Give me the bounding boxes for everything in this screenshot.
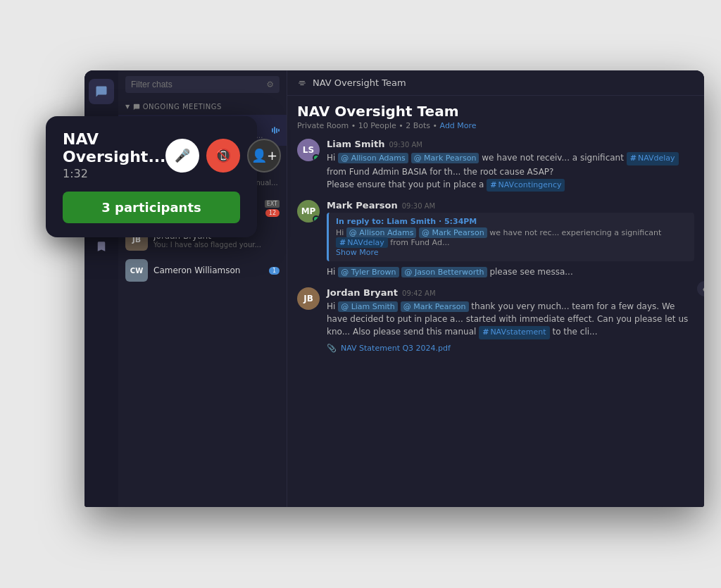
reply-name: In reply to: Liam Smith · 5:34PM	[336, 217, 687, 226]
reply-block-mark: In reply to: Liam Smith · 5:34PM Hi @ Al…	[327, 213, 694, 261]
ongoing-section-label: ONGOING MEETINGS	[143, 103, 222, 111]
mention-allison-1[interactable]: @ Allison Adams	[338, 153, 408, 163]
reply-text: Hi @ Allison Adams @ Mark Pearson we hav…	[336, 228, 687, 248]
chat-item-content-cameron: Cameron Williamson	[153, 265, 263, 275]
attachment-icon: 📎	[327, 344, 337, 353]
sidebar-icon-chat[interactable]	[89, 79, 114, 104]
call-widget-timer: 1:32	[63, 167, 165, 180]
show-more-btn[interactable]: Show More	[336, 248, 378, 257]
chat-header: NAV Oversight Team	[287, 70, 704, 96]
message-row-mark: MP Mark Pearson 09:30 AM In reply to: Li…	[297, 200, 694, 279]
avatar-mark: MP	[297, 200, 320, 223]
chat-item-meta-cameron: 1	[269, 267, 280, 275]
call-widget-info: NAV Oversight... 1:32	[63, 130, 165, 180]
mention-jason[interactable]: @ Jason Betterworth	[401, 267, 487, 277]
msg-text-jordan: Hi @ Liam Smith @ Mark Pearson thank you…	[327, 300, 694, 339]
mention-liam-jordan[interactable]: @ Liam Smith	[338, 301, 398, 312]
chat-item-cameron[interactable]: CW Cameron Williamson 1	[118, 255, 287, 286]
call-widget-title: NAV Oversight...	[63, 130, 165, 165]
avatar-liam: LS	[297, 139, 320, 161]
msg-name-liam: Liam Smith	[327, 139, 384, 149]
chat-big-title: NAV Oversight Team	[297, 103, 694, 120]
msg-content-jordan: Jordan Bryant 09:42 AM Hi @ Liam Smith @…	[327, 287, 694, 353]
subtitle-bots: 2 Bots	[406, 121, 430, 130]
status-dot-mark	[313, 215, 320, 223]
badge-count-nav-oversight: 12	[265, 209, 280, 217]
msg-time-liam: 09:30 AM	[389, 141, 422, 149]
avatar-jordan: JB	[297, 287, 320, 310]
filter-chats-input[interactable]	[131, 80, 262, 89]
chat-item-preview-jordan: You: I have also flagged your...	[153, 241, 280, 249]
msg-header-liam: Liam Smith 09:30 AM	[327, 139, 694, 149]
subtitle-room-type: Private Room	[297, 121, 349, 130]
msg-name-mark: Mark Pearson	[327, 200, 398, 211]
status-dot-liam	[313, 154, 320, 161]
msg-header-jordan: Jordan Bryant 09:42 AM	[327, 287, 694, 298]
msg-header-mark: Mark Pearson 09:30 AM	[327, 200, 694, 211]
msg-text-mark: Hi @ Tyler Brown @ Jason Betterworth ple…	[327, 265, 694, 279]
sidebar-icon-bookmark[interactable]	[89, 234, 114, 259]
call-controls: 🎤 📵 👤+	[165, 139, 281, 173]
channel-icon	[297, 78, 307, 88]
chat-list-header: ⚙	[118, 70, 287, 99]
mention-allison-reply[interactable]: @ Allison Adams	[346, 227, 417, 238]
hashtag-navstatement[interactable]: NAVstatement	[479, 326, 549, 339]
call-widget-top: NAV Oversight... 1:32 🎤 📵 👤+	[63, 130, 240, 180]
attachment-nav[interactable]: 📎 NAV Statement Q3 2024.pdf	[327, 344, 694, 353]
msg-content-liam: Liam Smith 09:30 AM Hi @ Allison Adams @…	[327, 139, 694, 192]
msg-name-jordan: Jordan Bryant	[327, 287, 398, 298]
filter-input-wrap[interactable]: ⚙	[125, 76, 280, 93]
attachment-label: NAV Statement Q3 2024.pdf	[341, 344, 451, 353]
hashtag-navdelay-reply[interactable]: NAVdelay	[336, 237, 388, 248]
chat-avatar-cameron: CW	[125, 259, 148, 282]
messages-area: LS Liam Smith 09:30 AM Hi @ Allison Adam…	[287, 133, 704, 507]
chat-header-title: NAV Oversight Team	[313, 77, 406, 88]
participants-button[interactable]: 3 participants	[63, 192, 240, 223]
msg-content-mark: Mark Pearson 09:30 AM In reply to: Liam …	[327, 200, 694, 279]
chat-title-section: NAV Oversight Team Private Room • 10 Peo…	[287, 96, 704, 133]
subtitle-people: 10 People	[358, 121, 396, 130]
mention-mark-reply[interactable]: @ Mark Pearson	[419, 227, 487, 238]
mention-tyler[interactable]: @ Tyler Brown	[338, 267, 399, 277]
mention-mark-jordan[interactable]: @ Mark Pearson	[401, 301, 469, 312]
ongoing-chevron[interactable]: ▼	[125, 104, 130, 110]
badge-ext: EXT	[265, 200, 280, 208]
message-row-jordan: JB Jordan Bryant 09:42 AM Hi @ Liam Smit…	[297, 287, 694, 353]
chat-item-name-cameron: Cameron Williamson	[153, 265, 263, 275]
hang-up-button[interactable]: 📵	[206, 139, 240, 173]
chat-main-area: NAV Oversight Team NAV Oversight Team Pr…	[287, 70, 704, 507]
call-widget: NAV Oversight... 1:32 🎤 📵 👤+ 3 participa…	[46, 116, 257, 237]
msg-text-liam: Hi @ Allison Adams @ Mark Pearson we hav…	[327, 151, 694, 192]
mention-mark-1[interactable]: @ Mark Pearson	[411, 153, 479, 163]
message-row-liam: LS Liam Smith 09:30 AM Hi @ Allison Adam…	[297, 139, 694, 192]
badge-count-cameron: 1	[269, 267, 280, 275]
mute-button[interactable]: 🎤	[165, 139, 199, 173]
filter-icon: ⚙	[266, 80, 274, 89]
hashtag-navdelay-1[interactable]: NAVdelay	[627, 152, 679, 165]
add-more-link[interactable]: Add More	[440, 121, 477, 130]
chat-subtitle: Private Room • 10 People • 2 Bots • Add …	[297, 121, 694, 130]
msg-time-jordan: 09:42 AM	[402, 289, 435, 297]
ongoing-wave	[272, 127, 280, 134]
add-participant-button[interactable]: 👤+	[247, 139, 281, 173]
hashtag-navcontingency[interactable]: NAVcontingency	[487, 179, 565, 192]
chat-item-meta-nav-oversight: EXT 12	[265, 200, 280, 217]
msg-time-mark: 09:30 AM	[402, 202, 435, 210]
ongoing-section-header: ▼ ONGOING MEETINGS	[118, 99, 287, 115]
